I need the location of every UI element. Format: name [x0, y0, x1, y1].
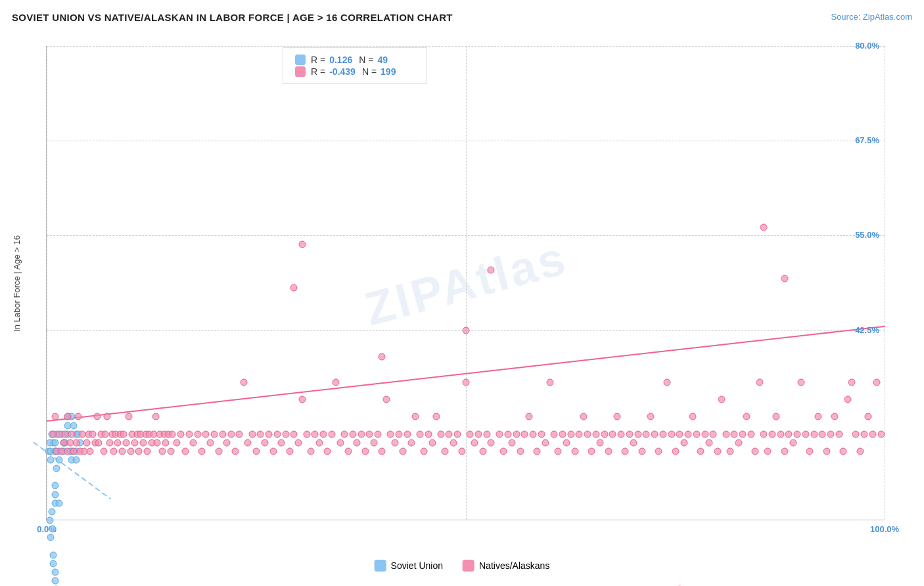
- pink-dot: [206, 439, 214, 446]
- pink-dot: [672, 447, 680, 455]
- pink-dot: [215, 447, 222, 455]
- pink-dot: [312, 430, 319, 438]
- pink-dot: [194, 430, 201, 438]
- pink-dot: [51, 413, 58, 420]
- pink-dot: [416, 430, 423, 438]
- legend-n-label-1: N =: [359, 55, 373, 65]
- bottom-legend-label-soviet: Soviet Union: [391, 560, 443, 571]
- pink-dot: [550, 430, 557, 438]
- pink-dot: [379, 447, 386, 455]
- pink-dot: [555, 447, 562, 455]
- pink-dot: [253, 447, 260, 455]
- pink-dot: [294, 439, 302, 446]
- legend-r-value-1: 0.126: [329, 55, 352, 65]
- pink-dot: [421, 447, 428, 455]
- pink-dot: [605, 447, 612, 455]
- pink-dot: [458, 447, 465, 455]
- pink-dot: [743, 413, 751, 420]
- pink-dot: [89, 430, 97, 438]
- pink-dot: [361, 447, 369, 455]
- pink-dot: [173, 439, 180, 446]
- pink-dot: [764, 447, 772, 455]
- pink-dot: [861, 430, 868, 438]
- pink-dot: [103, 413, 110, 420]
- pink-dot: [571, 447, 578, 455]
- pink-dot: [651, 430, 658, 438]
- pink-dot: [375, 430, 382, 438]
- pink-dot: [638, 447, 645, 455]
- pink-dot: [240, 378, 247, 386]
- pink-dot: [626, 430, 633, 438]
- pink-dot: [542, 439, 549, 446]
- pink-dot: [95, 439, 103, 446]
- pink-dot: [630, 439, 637, 446]
- blue-dot: [53, 465, 60, 472]
- y-tick-42: 42.5%: [855, 325, 879, 335]
- pink-dot: [167, 447, 174, 455]
- pink-dot: [647, 413, 654, 420]
- pink-dot: [273, 430, 281, 438]
- pink-dot: [722, 430, 729, 438]
- pink-dot: [613, 413, 620, 420]
- pink-dot: [676, 430, 683, 438]
- pink-dot: [307, 447, 314, 455]
- pink-dot: [584, 430, 591, 438]
- pink-dot: [437, 430, 444, 438]
- y-tick-80: 80.0%: [855, 41, 879, 51]
- pink-dot: [643, 430, 650, 438]
- pink-dot: [701, 430, 708, 438]
- blue-dot: [51, 491, 58, 498]
- blue-dot: [47, 457, 55, 464]
- pink-dot: [159, 447, 166, 455]
- blue-dot: [72, 457, 80, 464]
- pink-dot: [358, 430, 365, 438]
- blue-dot: [51, 568, 58, 575]
- pink-dot: [127, 447, 134, 455]
- pink-dot: [794, 430, 801, 438]
- pink-dot: [72, 439, 80, 446]
- pink-dot: [135, 447, 143, 455]
- pink-dot: [819, 430, 826, 438]
- pink-dot: [823, 447, 830, 455]
- pink-dot: [428, 439, 436, 446]
- pink-dot: [454, 430, 461, 438]
- pink-dot: [248, 430, 256, 438]
- legend-box-pink: [295, 66, 306, 77]
- pink-dot: [852, 430, 860, 438]
- x-tick-100: 100.0%: [870, 524, 899, 534]
- pink-dot: [475, 430, 482, 438]
- pink-dot: [810, 430, 818, 438]
- blue-dot: [49, 526, 56, 533]
- pink-dot: [873, 378, 881, 386]
- pink-dot: [162, 439, 170, 446]
- pink-dot: [563, 439, 570, 446]
- pink-dot: [261, 439, 268, 446]
- pink-dot: [752, 447, 759, 455]
- pink-dot: [831, 413, 839, 420]
- pink-dot: [534, 447, 541, 455]
- pink-dot: [87, 447, 94, 455]
- y-axis-label: In Labor Force | Age > 16: [12, 235, 22, 332]
- pink-dot: [798, 378, 805, 386]
- pink-dot: [290, 430, 298, 438]
- gridline-v-2: [885, 46, 885, 520]
- legend-n-value-2: 199: [381, 66, 396, 77]
- pink-dot: [181, 447, 189, 455]
- blue-dot: [47, 534, 55, 541]
- pink-dot: [504, 430, 511, 438]
- pink-dot: [244, 439, 252, 446]
- pink-dot: [83, 439, 91, 446]
- pink-dot: [340, 430, 348, 438]
- legend-r-label-1: R =: [311, 55, 325, 65]
- pink-dot: [802, 430, 809, 438]
- pink-dot: [471, 439, 478, 446]
- pink-dot: [354, 439, 361, 446]
- blue-dot: [56, 499, 63, 507]
- pink-dot: [336, 439, 344, 446]
- pink-dot: [781, 275, 788, 282]
- pink-dot: [735, 439, 742, 446]
- pink-dot: [463, 327, 470, 334]
- blue-dot: [47, 517, 54, 524]
- pink-dot: [287, 447, 294, 455]
- pink-dot: [324, 447, 331, 455]
